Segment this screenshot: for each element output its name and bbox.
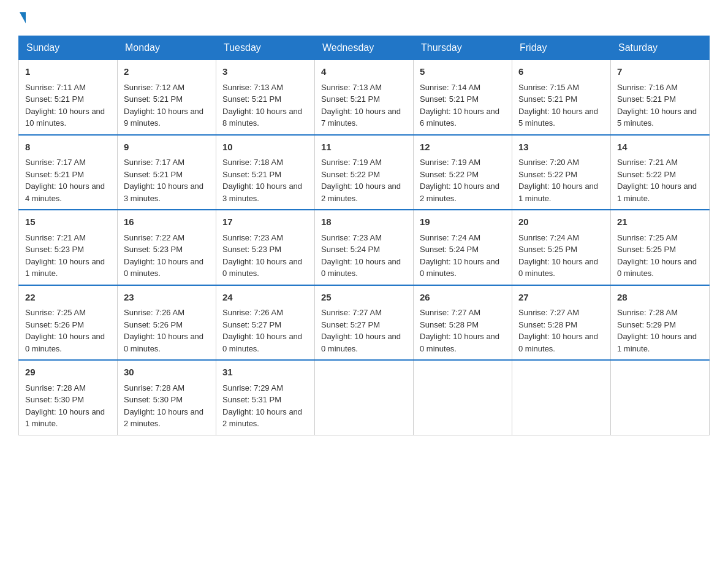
sunset-info: Sunset: 5:21 PM (617, 94, 676, 104)
sunset-info: Sunset: 5:26 PM (25, 320, 84, 329)
daylight-info: Daylight: 10 hours and 0 minutes. (321, 257, 401, 278)
sunrise-info: Sunrise: 7:15 AM (518, 83, 579, 92)
calendar-cell: 21Sunrise: 7:25 AMSunset: 5:25 PMDayligh… (611, 210, 710, 285)
sunset-info: Sunset: 5:30 PM (124, 395, 183, 404)
day-number: 6 (518, 65, 604, 79)
day-number: 5 (420, 65, 506, 79)
header-sunday: Sunday (19, 36, 118, 60)
sunset-info: Sunset: 5:31 PM (222, 395, 281, 404)
sunrise-info: Sunrise: 7:19 AM (420, 158, 480, 167)
day-number: 21 (617, 215, 703, 229)
sunset-info: Sunset: 5:28 PM (518, 320, 577, 329)
daylight-info: Daylight: 10 hours and 5 minutes. (518, 107, 598, 128)
sunset-info: Sunset: 5:21 PM (124, 94, 183, 104)
calendar-cell: 13Sunrise: 7:20 AMSunset: 5:22 PMDayligh… (512, 135, 611, 210)
daylight-info: Daylight: 10 hours and 0 minutes. (617, 257, 697, 278)
daylight-info: Daylight: 10 hours and 2 minutes. (321, 182, 401, 203)
day-number: 9 (124, 140, 210, 155)
daylight-info: Daylight: 10 hours and 0 minutes. (124, 257, 203, 278)
sunset-info: Sunset: 5:21 PM (420, 94, 479, 104)
daylight-info: Daylight: 10 hours and 5 minutes. (617, 107, 697, 128)
day-number: 22 (25, 291, 111, 305)
day-number: 12 (420, 140, 506, 155)
sunset-info: Sunset: 5:22 PM (617, 170, 676, 179)
sunrise-info: Sunrise: 7:20 AM (518, 158, 579, 167)
daylight-info: Daylight: 10 hours and 1 minute. (25, 407, 105, 429)
header-thursday: Thursday (414, 36, 512, 60)
daylight-info: Daylight: 10 hours and 2 minutes. (222, 407, 302, 429)
sunset-info: Sunset: 5:29 PM (617, 320, 676, 329)
daylight-info: Daylight: 10 hours and 3 minutes. (222, 182, 302, 203)
day-number: 2 (124, 65, 210, 79)
sunset-info: Sunset: 5:23 PM (25, 245, 84, 254)
sunrise-info: Sunrise: 7:28 AM (25, 383, 86, 393)
sunrise-info: Sunrise: 7:23 AM (222, 233, 283, 242)
day-number: 29 (25, 366, 111, 380)
calendar-cell: 15Sunrise: 7:21 AMSunset: 5:23 PMDayligh… (19, 210, 118, 285)
sunset-info: Sunset: 5:21 PM (25, 94, 84, 104)
day-number: 15 (25, 215, 111, 229)
daylight-info: Daylight: 10 hours and 1 minute. (25, 257, 105, 278)
sunrise-info: Sunrise: 7:23 AM (321, 233, 382, 242)
daylight-info: Daylight: 10 hours and 0 minutes. (420, 332, 499, 353)
calendar-cell: 29Sunrise: 7:28 AMSunset: 5:30 PMDayligh… (19, 360, 118, 435)
calendar-cell (512, 360, 611, 435)
calendar-cell: 12Sunrise: 7:19 AMSunset: 5:22 PMDayligh… (414, 135, 512, 210)
header-wednesday: Wednesday (315, 36, 414, 60)
calendar-cell: 6Sunrise: 7:15 AMSunset: 5:21 PMDaylight… (512, 60, 611, 135)
daylight-info: Daylight: 10 hours and 1 minute. (617, 182, 697, 203)
calendar-table: SundayMondayTuesdayWednesdayThursdayFrid… (18, 36, 710, 435)
sunset-info: Sunset: 5:23 PM (222, 245, 281, 254)
sunset-info: Sunset: 5:21 PM (222, 170, 281, 179)
sunrise-info: Sunrise: 7:12 AM (124, 83, 184, 92)
calendar-cell: 8Sunrise: 7:17 AMSunset: 5:21 PMDaylight… (19, 135, 118, 210)
calendar-cell: 14Sunrise: 7:21 AMSunset: 5:22 PMDayligh… (611, 135, 710, 210)
sunrise-info: Sunrise: 7:21 AM (25, 233, 86, 242)
day-number: 7 (617, 65, 703, 79)
sunrise-info: Sunrise: 7:26 AM (124, 308, 184, 317)
daylight-info: Daylight: 10 hours and 2 minutes. (124, 407, 203, 429)
calendar-week-row: 8Sunrise: 7:17 AMSunset: 5:21 PMDaylight… (19, 135, 710, 210)
calendar-cell: 2Sunrise: 7:12 AMSunset: 5:21 PMDaylight… (118, 60, 216, 135)
calendar-cell: 22Sunrise: 7:25 AMSunset: 5:26 PMDayligh… (19, 285, 118, 361)
logo-triangle-icon (20, 12, 26, 23)
sunrise-info: Sunrise: 7:27 AM (321, 308, 382, 317)
sunset-info: Sunset: 5:30 PM (25, 395, 84, 404)
day-number: 31 (222, 366, 308, 380)
calendar-cell: 11Sunrise: 7:19 AMSunset: 5:22 PMDayligh… (315, 135, 414, 210)
sunrise-info: Sunrise: 7:11 AM (25, 83, 86, 92)
sunset-info: Sunset: 5:23 PM (124, 245, 183, 254)
calendar-cell (315, 360, 414, 435)
day-number: 18 (321, 215, 407, 229)
day-number: 16 (124, 215, 210, 229)
sunrise-info: Sunrise: 7:25 AM (617, 233, 678, 242)
sunset-info: Sunset: 5:22 PM (518, 170, 577, 179)
calendar-cell: 30Sunrise: 7:28 AMSunset: 5:30 PMDayligh… (118, 360, 216, 435)
calendar-cell: 23Sunrise: 7:26 AMSunset: 5:26 PMDayligh… (118, 285, 216, 361)
day-number: 24 (222, 291, 308, 305)
day-number: 19 (420, 215, 506, 229)
calendar-cell (611, 360, 710, 435)
calendar-cell: 9Sunrise: 7:17 AMSunset: 5:21 PMDaylight… (118, 135, 216, 210)
sunset-info: Sunset: 5:21 PM (222, 94, 281, 104)
sunrise-info: Sunrise: 7:29 AM (222, 383, 283, 393)
calendar-cell: 18Sunrise: 7:23 AMSunset: 5:24 PMDayligh… (315, 210, 414, 285)
sunrise-info: Sunrise: 7:22 AM (124, 233, 184, 242)
sunrise-info: Sunrise: 7:17 AM (124, 158, 184, 167)
daylight-info: Daylight: 10 hours and 10 minutes. (25, 107, 105, 128)
calendar-cell (414, 360, 512, 435)
calendar-cell: 1Sunrise: 7:11 AMSunset: 5:21 PMDaylight… (19, 60, 118, 135)
day-number: 17 (222, 215, 308, 229)
daylight-info: Daylight: 10 hours and 6 minutes. (420, 107, 499, 128)
calendar-cell: 31Sunrise: 7:29 AMSunset: 5:31 PMDayligh… (216, 360, 315, 435)
sunrise-info: Sunrise: 7:17 AM (25, 158, 86, 167)
sunrise-info: Sunrise: 7:13 AM (321, 83, 382, 92)
sunset-info: Sunset: 5:25 PM (518, 245, 577, 254)
daylight-info: Daylight: 10 hours and 0 minutes. (518, 257, 598, 278)
day-number: 13 (518, 140, 604, 155)
daylight-info: Daylight: 10 hours and 0 minutes. (124, 332, 203, 353)
sunrise-info: Sunrise: 7:21 AM (617, 158, 678, 167)
sunrise-info: Sunrise: 7:28 AM (617, 308, 678, 317)
sunset-info: Sunset: 5:25 PM (617, 245, 676, 254)
calendar-cell: 10Sunrise: 7:18 AMSunset: 5:21 PMDayligh… (216, 135, 315, 210)
